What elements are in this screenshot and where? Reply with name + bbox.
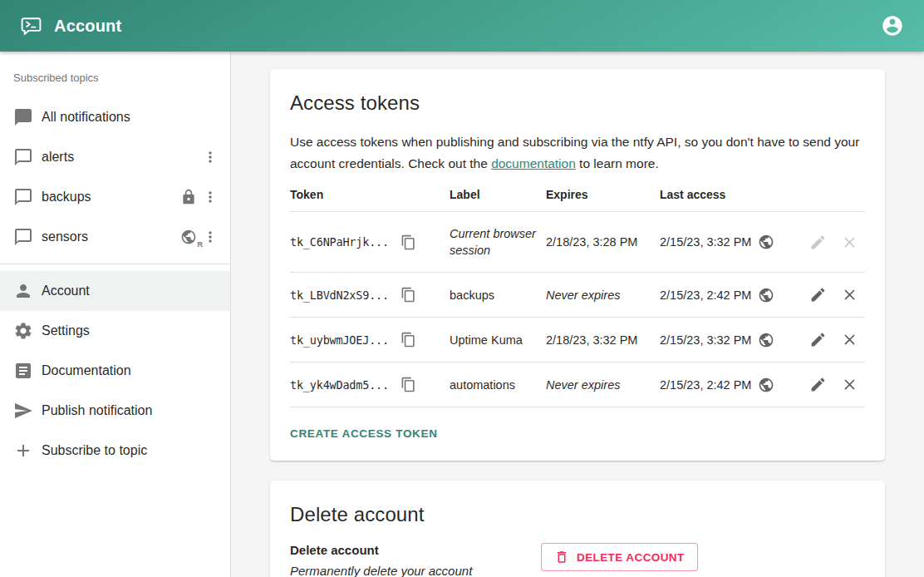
token-last-access: 2/15/23, 2:42 PM (660, 287, 751, 303)
app-shell: Subscribed topics All notifications aler… (0, 52, 924, 577)
token-expires: 2/18/23, 3:28 PM (546, 235, 637, 249)
copy-icon[interactable] (401, 377, 416, 392)
token-table-row: tk_C6NPaHrjk... Current browser session … (290, 212, 865, 273)
create-access-token-button[interactable]: CREATE ACCESS TOKEN (290, 427, 438, 440)
delete-account-card: Delete account Delete account Permanentl… (270, 481, 885, 577)
delete-account-row-title: Delete account (290, 543, 541, 557)
sidebar-item-publish-notification[interactable]: Publish notification (0, 391, 230, 431)
col-header-actions (818, 185, 865, 212)
tokens-table: Token Label Expires Last access tk_C6NPa… (290, 185, 865, 407)
reserved-globe-icon: R (180, 229, 197, 245)
access-tokens-description: Use access tokens when publishing and su… (290, 131, 865, 175)
token-label: backups (450, 288, 494, 302)
nav-label: Account (42, 284, 219, 298)
sidebar-item-alerts[interactable]: alerts (0, 137, 230, 177)
token-table-row: tk_LBVdN2xS9... backups Never expires 2/… (290, 273, 865, 318)
sidebar-item-all-notifications[interactable]: All notifications (0, 97, 230, 137)
chat-bubble-filled-icon (13, 107, 33, 127)
main-content: Access tokens Use access tokens when pub… (270, 69, 885, 577)
person-icon (13, 281, 33, 301)
topic-label: alerts (42, 150, 202, 165)
send-icon (13, 401, 33, 421)
sidebar-item-account[interactable]: Account (0, 271, 230, 311)
delete-x-icon[interactable] (841, 234, 858, 251)
sidebar: Subscribed topics All notifications aler… (0, 52, 231, 577)
token-label: automations (450, 378, 515, 392)
delete-account-button[interactable]: DELETE ACCOUNT (541, 543, 698, 571)
delete-account-row-description: Permanently delete your account (290, 564, 541, 577)
globe-icon (758, 287, 774, 303)
token-last-access: 2/15/23, 2:42 PM (660, 377, 751, 393)
edit-pencil-icon[interactable] (809, 286, 827, 303)
token-table-row: tk_yk4wDadm5... automations Never expire… (290, 362, 865, 407)
token-expires: Never expires (546, 288, 620, 302)
topic-label: All notifications (42, 110, 219, 125)
globe-icon (758, 332, 774, 348)
chat-bubble-outline-icon (13, 147, 33, 167)
account-circle-icon[interactable] (881, 14, 904, 37)
access-tokens-title: Access tokens (290, 91, 865, 115)
topic-menu-icon[interactable] (202, 229, 219, 245)
token-value: tk_LBVdN2xS9... (290, 287, 389, 303)
delete-x-icon[interactable] (841, 331, 858, 348)
ntfy-logo-icon (20, 15, 42, 37)
col-header-last-access: Last access (660, 185, 818, 212)
globe-icon (758, 377, 774, 393)
sidebar-item-documentation[interactable]: Documentation (0, 351, 230, 391)
reserved-badge: R (198, 240, 204, 249)
nav-label: Documentation (42, 363, 219, 378)
main-area[interactable]: Access tokens Use access tokens when pub… (231, 52, 924, 577)
globe-icon (758, 234, 774, 250)
copy-icon[interactable] (401, 234, 416, 250)
copy-icon[interactable] (401, 332, 416, 348)
sidebar-item-backups[interactable]: backups (0, 177, 230, 217)
article-icon (13, 361, 33, 381)
token-label: Current browser session (450, 227, 536, 257)
chat-bubble-outline-icon (13, 227, 33, 247)
delete-x-icon[interactable] (841, 376, 858, 393)
lock-icon (180, 189, 197, 205)
nav-label: Publish notification (42, 403, 219, 418)
chat-bubble-outline-icon (13, 187, 33, 207)
topic-menu-icon[interactable] (202, 149, 219, 165)
edit-pencil-icon[interactable] (809, 331, 827, 348)
topic-menu-icon[interactable] (202, 189, 219, 205)
sidebar-divider (0, 264, 230, 264)
col-header-expires: Expires (546, 185, 660, 212)
token-last-access: 2/15/23, 3:32 PM (660, 332, 751, 348)
subscribed-topics-label: Subscribed topics (0, 52, 230, 97)
token-label: Uptime Kuma (450, 333, 523, 347)
copy-icon[interactable] (401, 287, 416, 303)
token-last-access: 2/15/23, 3:32 PM (660, 234, 751, 250)
plus-icon (13, 441, 33, 461)
token-value: tk_uybwmJOEJ... (290, 332, 389, 348)
sidebar-item-subscribe-to-topic[interactable]: Subscribe to topic (0, 431, 230, 471)
token-table-row: tk_uybwmJOEJ... Uptime Kuma 2/18/23, 3:3… (290, 318, 865, 362)
access-tokens-card: Access tokens Use access tokens when pub… (270, 69, 885, 461)
nav-label: Subscribe to topic (42, 443, 219, 458)
trash-icon (554, 550, 569, 565)
sidebar-item-sensors[interactable]: sensors R (0, 217, 230, 257)
col-header-label: Label (450, 185, 546, 212)
app-bar: Account (0, 0, 924, 52)
topic-label: backups (42, 190, 180, 205)
tokens-table-header-row: Token Label Expires Last access (290, 185, 865, 212)
delete-account-title: Delete account (290, 503, 865, 526)
edit-pencil-icon[interactable] (809, 376, 827, 393)
token-expires: 2/18/23, 3:32 PM (546, 333, 637, 347)
col-header-token: Token (290, 185, 450, 212)
delete-account-row: Delete account Permanently delete your a… (290, 543, 865, 577)
edit-pencil-icon[interactable] (809, 234, 827, 251)
token-value: tk_C6NPaHrjk... (290, 234, 389, 250)
sidebar-item-settings[interactable]: Settings (0, 311, 230, 351)
topic-label: sensors (42, 229, 180, 244)
token-value: tk_yk4wDadm5... (290, 377, 389, 393)
documentation-link[interactable]: documentation (491, 156, 576, 170)
token-expires: Never expires (546, 378, 620, 392)
nav-label: Settings (42, 323, 219, 338)
page-title: Account (54, 17, 121, 36)
gear-icon (13, 321, 33, 341)
delete-x-icon[interactable] (841, 286, 858, 303)
